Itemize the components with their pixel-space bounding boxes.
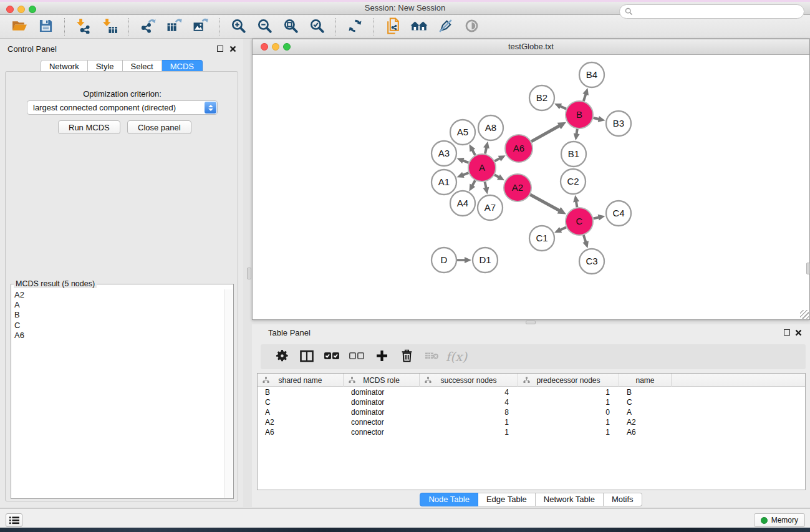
network-node-A3[interactable]: A3	[432, 141, 456, 166]
mcds-result-scrollbar[interactable]	[224, 289, 233, 498]
mcds-result-item[interactable]: A2	[12, 290, 224, 300]
search-input[interactable]	[619, 4, 804, 19]
network-minimize-button[interactable]	[272, 43, 279, 51]
network-node-A4[interactable]: A4	[450, 191, 475, 216]
network-edge-A-A3[interactable]	[457, 158, 469, 163]
network-edge-B-B2[interactable]	[554, 104, 566, 109]
save-session-button[interactable]	[35, 17, 56, 37]
network-node-A7[interactable]: A7	[478, 195, 503, 220]
mcds-result-item[interactable]: A	[12, 300, 224, 310]
table-cell[interactable]: 1	[420, 417, 518, 427]
function-builder-button[interactable]: f(x)	[445, 347, 468, 367]
show-graphics-details-button[interactable]	[461, 17, 482, 37]
table-cell[interactable]: 1	[518, 427, 619, 437]
window-resize-grip[interactable]	[800, 310, 809, 319]
run-mcds-button[interactable]: Run MCDS	[58, 120, 120, 134]
network-zoom-button[interactable]	[283, 43, 291, 51]
show-panels-button[interactable]	[6, 513, 22, 527]
network-edge-B-B3[interactable]	[593, 116, 605, 122]
mcds-result-list[interactable]: A2ABCA6	[12, 290, 224, 497]
network-node-B3[interactable]: B3	[606, 111, 631, 136]
table-cell[interactable]: 0	[518, 407, 619, 417]
table-cell[interactable]: C	[258, 397, 344, 407]
zoom-out-button[interactable]	[254, 17, 275, 37]
table-cell[interactable]: A	[619, 407, 672, 417]
delete-columns-button[interactable]	[395, 347, 418, 367]
network-node-C3[interactable]: C3	[579, 249, 604, 274]
network-edge-A-A6[interactable]	[494, 155, 505, 162]
mcds-result-item[interactable]: C	[12, 321, 224, 331]
clone-network-button[interactable]	[382, 17, 403, 37]
tab-edge-table[interactable]: Edge Table	[478, 493, 536, 506]
float-panel-icon[interactable]	[216, 44, 224, 53]
zoom-window-button[interactable]	[29, 6, 36, 13]
table-settings-button[interactable]	[271, 347, 293, 367]
zoom-fit-button[interactable]	[280, 17, 301, 37]
table-row[interactable]: Cdominator41C	[258, 397, 805, 407]
import-network-button[interactable]	[73, 17, 94, 37]
table-row[interactable]: Bdominator41B	[258, 387, 805, 397]
table-cell[interactable]: 8	[420, 407, 518, 417]
network-edge-A-A2[interactable]	[494, 175, 504, 181]
table-cell[interactable]: 1	[518, 387, 619, 397]
desktop-vscrollbar-right[interactable]	[806, 263, 810, 274]
network-canvas[interactable]: B4B2BB3A8A5A6B1A3AA1C2A2A4A7C4CC1C3DD1	[253, 55, 809, 319]
column-header-MCDS-role[interactable]: MCDS role	[344, 374, 420, 387]
network-node-C[interactable]: C	[566, 208, 593, 235]
table-cell[interactable]: 4	[420, 387, 518, 397]
network-edge-B-B4[interactable]	[582, 88, 589, 101]
close-panel-button[interactable]: Close panel	[127, 120, 191, 134]
table-cell[interactable]: B	[258, 387, 344, 397]
table-cell[interactable]: connector	[344, 427, 420, 437]
mcds-result-item[interactable]: B	[12, 310, 224, 320]
zoom-in-button[interactable]	[228, 17, 249, 37]
network-node-C4[interactable]: C4	[606, 201, 631, 226]
network-edge-C-C4[interactable]	[594, 215, 605, 221]
network-node-D1[interactable]: D1	[473, 248, 498, 273]
network-close-button[interactable]	[261, 43, 268, 51]
tab-motifs[interactable]: Motifs	[604, 493, 642, 506]
network-node-D[interactable]: D	[432, 248, 456, 273]
network-window-titlebar[interactable]: testGlobe.txt	[253, 39, 809, 55]
network-edge-C-C1[interactable]	[554, 227, 566, 233]
float-table-panel-icon[interactable]	[783, 328, 791, 337]
network-edge-A-A5[interactable]	[470, 144, 476, 155]
network-node-A6[interactable]: A6	[505, 135, 533, 162]
table-cell[interactable]: dominator	[344, 387, 420, 397]
table-cell[interactable]: B	[619, 387, 672, 397]
column-header-successor-nodes[interactable]: successor nodes	[420, 374, 518, 387]
network-node-A5[interactable]: A5	[450, 120, 475, 145]
import-table-button[interactable]	[99, 17, 120, 37]
network-edge-A-A4[interactable]	[470, 180, 476, 191]
network-edge-D-D1[interactable]	[457, 257, 471, 263]
export-image-button[interactable]	[190, 17, 211, 37]
network-node-A8[interactable]: A8	[478, 115, 503, 140]
network-node-A1[interactable]: A1	[432, 170, 456, 195]
export-table-button[interactable]	[163, 17, 185, 37]
network-edge-C-C2[interactable]	[573, 195, 579, 208]
network-node-C2[interactable]: C2	[561, 169, 586, 194]
minimize-window-button[interactable]	[17, 6, 25, 13]
deselect-all-checkboxes-button[interactable]	[345, 347, 368, 367]
open-file-button[interactable]	[9, 17, 30, 37]
export-network-button[interactable]	[137, 17, 158, 37]
table-cell[interactable]: dominator	[344, 407, 420, 417]
desktop-vscrollbar-left[interactable]	[247, 268, 251, 279]
memory-button[interactable]: Memory	[754, 513, 805, 527]
network-edge-A6-B[interactable]	[531, 122, 566, 142]
table-row[interactable]: A6connector11A6	[258, 427, 805, 437]
table-cell[interactable]: dominator	[344, 397, 420, 407]
refresh-network-button[interactable]	[344, 17, 365, 37]
select-all-checkboxes-button[interactable]	[321, 347, 343, 367]
close-table-panel-icon[interactable]	[794, 328, 803, 337]
table-cell[interactable]: 4	[420, 397, 518, 407]
first-neighbors-button[interactable]	[408, 17, 430, 37]
network-edge-C-C3[interactable]	[582, 235, 589, 248]
table-cell[interactable]: A2	[619, 417, 672, 427]
table-cell[interactable]: A	[258, 407, 344, 417]
table-row[interactable]: Adominator80A	[258, 407, 805, 417]
table-cell[interactable]: C	[619, 397, 672, 407]
network-edge-A-A8[interactable]	[483, 141, 489, 153]
column-header-predecessor-nodes[interactable]: predecessor nodes	[518, 374, 619, 387]
network-node-B4[interactable]: B4	[579, 62, 604, 87]
